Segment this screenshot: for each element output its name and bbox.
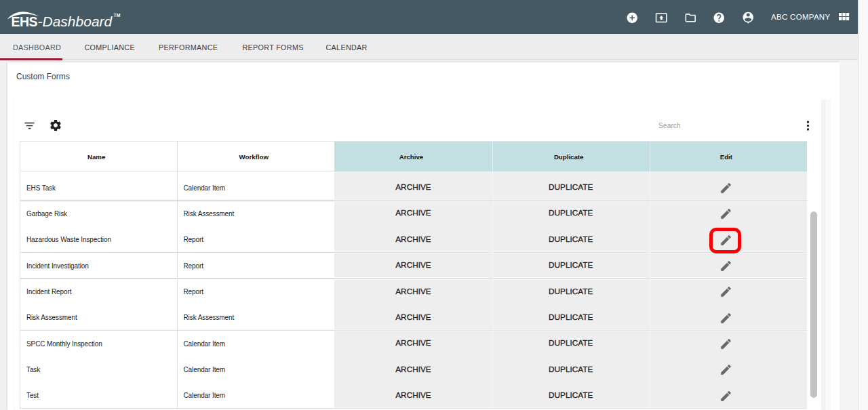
svg-text:EHS: EHS (12, 14, 38, 29)
svg-text:TM: TM (114, 13, 121, 18)
svg-text:-Dashboard: -Dashboard (38, 14, 113, 29)
